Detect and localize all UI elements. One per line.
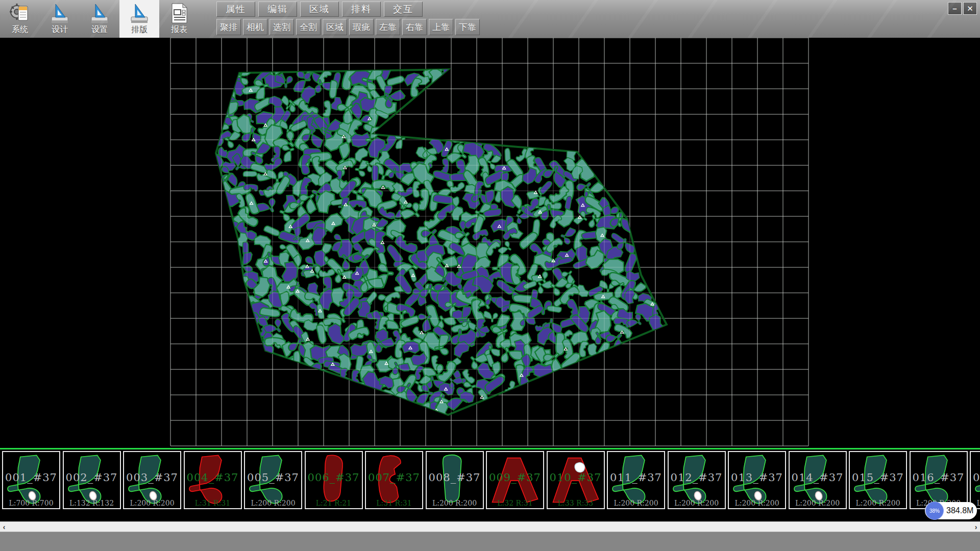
memory-progress-badge: 38% 384.8M [925, 502, 977, 519]
piece-id-label: 017_#37 [971, 471, 980, 484]
piece-lr-label: L:200 R:200 [427, 499, 483, 507]
piece-lr-label: L:200 R:200 [790, 499, 846, 507]
report-document-icon [167, 2, 191, 25]
menu-button-4[interactable]: 排料 [342, 2, 381, 17]
piece-thumbnail-017_#37[interactable]: 017_#37L:200 R:200 [970, 451, 980, 509]
tool-button-1[interactable]: 聚排 [216, 19, 241, 35]
piece-id-label: 014_#37 [790, 471, 846, 484]
piece-thumbnail-013_#37[interactable]: 013_#37L:200 R:200 [728, 451, 786, 509]
nav-settings-label: 设置 [91, 25, 108, 34]
menu-button-1[interactable]: 属性 [216, 2, 255, 17]
piece-id-label: 015_#37 [850, 471, 906, 484]
scroll-left-arrow[interactable]: ‹ [0, 523, 8, 531]
close-button[interactable]: ✕ [963, 2, 977, 15]
tool-button-6[interactable]: 瑕疵 [349, 19, 374, 35]
piece-lr-label: L:200 R:200 [245, 499, 301, 507]
nesting-canvas[interactable] [0, 38, 980, 448]
status-bar [0, 532, 980, 551]
nav-layout-label: 排版 [131, 25, 148, 34]
tool-button-7[interactable]: 左靠 [376, 19, 400, 35]
piece-thumbnail-012_#37[interactable]: 012_#37L:200 R:200 [668, 451, 726, 509]
piece-thumbnail-003_#37[interactable]: 003_#37L:200 R:200 [123, 451, 181, 509]
tool-button-10[interactable]: 下靠 [455, 19, 480, 35]
menu-button-3[interactable]: 区域 [300, 2, 339, 17]
piece-id-label: 011_#37 [608, 471, 664, 484]
horizontal-scrollbar[interactable]: ‹ › [0, 521, 980, 532]
piece-lr-label: L:32 R:31 [487, 499, 543, 507]
piece-id-label: 016_#37 [911, 471, 967, 484]
piece-id-label: 010_#37 [548, 471, 604, 484]
tool-button-5[interactable]: 区域 [323, 19, 347, 35]
piece-id-label: 005_#37 [245, 471, 301, 484]
piece-thumbnail-005_#37[interactable]: 005_#37L:200 R:200 [244, 451, 302, 509]
piece-lr-label: L:200 R:200 [608, 499, 664, 507]
piece-lr-label: L:31 R:31 [366, 499, 422, 507]
piece-thumbnail-004_#37[interactable]: 004_#37L:31 R:31 [184, 451, 242, 509]
tool-button-3[interactable]: 选割 [270, 19, 294, 35]
piece-lr-label: L:33 R:33 [548, 499, 604, 507]
piece-lr-label: L:200 R:200 [729, 499, 785, 507]
toolbar: 系统设计设置排版报表 属性编辑区域排料交互 聚排相机选割全割区域瑕疵左靠右靠上靠… [0, 0, 980, 38]
app-window: 系统设计设置排版报表 属性编辑区域排料交互 聚排相机选割全割区域瑕疵左靠右靠上靠… [0, 0, 980, 551]
set-square-ruler-icon [128, 2, 151, 25]
tool-button-bar: 聚排相机选割全割区域瑕疵左靠右靠上靠下靠 [216, 19, 480, 35]
piece-thumbnail-015_#37[interactable]: 015_#37L:200 R:200 [849, 451, 907, 509]
window-controls: – ✕ [948, 2, 977, 15]
piece-lr-label: L:200 R:200 [124, 499, 180, 507]
nav-report-label: 报表 [171, 25, 187, 34]
piece-id-label: 001_#37 [3, 471, 59, 484]
piece-thumbnail-008_#37[interactable]: 008_#37L:200 R:200 [426, 451, 484, 509]
scrollbar-track[interactable] [8, 522, 972, 532]
nav-report-button[interactable]: 报表 [159, 0, 199, 38]
tool-button-8[interactable]: 右靠 [402, 19, 427, 35]
piece-thumbnail-007_#37[interactable]: 007_#37L:31 R:31 [365, 451, 423, 509]
piece-id-label: 013_#37 [729, 471, 785, 484]
menu-button-2[interactable]: 编辑 [258, 2, 297, 17]
piece-id-label: 004_#37 [185, 471, 241, 484]
piece-thumbnail-016_#37[interactable]: 016_#37L:200 R:200 [910, 451, 968, 509]
menu-bar: 属性编辑区域排料交互 [216, 2, 423, 17]
piece-lr-label: L:700 R:700 [3, 499, 59, 507]
piece-thumbnail-006_#37[interactable]: 006_#37L:21 R:21 [305, 451, 363, 509]
nav-icon-bar: 系统设计设置排版报表 [0, 0, 199, 38]
piece-thumbnail-014_#37[interactable]: 014_#37L:200 R:200 [789, 451, 847, 509]
nesting-drawing [0, 38, 980, 448]
nav-layout-button[interactable]: 排版 [119, 0, 159, 38]
progress-percent-badge: 38% [925, 502, 944, 520]
piece-id-label: 002_#37 [64, 471, 120, 484]
nav-design-button[interactable]: 设计 [40, 0, 80, 38]
piece-thumbnail-011_#37[interactable]: 011_#37L:200 R:200 [607, 451, 665, 509]
minimize-button[interactable]: – [948, 2, 962, 15]
piece-thumbnail-009_#37[interactable]: 009_#37L:32 R:31 [486, 451, 544, 509]
piece-lr-label: L:31 R:31 [185, 499, 241, 507]
menu-button-5[interactable]: 交互 [384, 2, 423, 17]
scroll-right-arrow[interactable]: › [972, 523, 980, 531]
piece-thumbnail-002_#37[interactable]: 002_#37L:132 R:132 [63, 451, 121, 509]
system-gear-icon [8, 2, 32, 25]
nav-system-button[interactable]: 系统 [0, 0, 40, 38]
piece-id-label: 003_#37 [124, 471, 180, 484]
piece-id-label: 009_#37 [487, 471, 543, 484]
piece-lr-label: L:21 R:21 [306, 499, 362, 507]
nav-settings-button[interactable]: 设置 [80, 0, 119, 38]
tool-button-2[interactable]: 相机 [243, 19, 267, 35]
piece-lr-label: L:200 R:200 [850, 499, 906, 507]
piece-id-label: 006_#37 [306, 471, 362, 484]
set-square-ruler-icon [48, 2, 71, 25]
memory-size-label: 384.8M [946, 502, 973, 519]
nav-design-label: 设计 [52, 25, 68, 34]
set-square-ruler-icon [88, 2, 111, 25]
piece-thumbnail-strip: 001_#37L:700 R:700002_#37L:132 R:132003_… [0, 448, 980, 515]
piece-id-label: 007_#37 [366, 471, 422, 484]
nav-system-label: 系统 [12, 25, 28, 34]
tool-button-9[interactable]: 上靠 [429, 19, 453, 35]
piece-thumbnail-010_#37[interactable]: 010_#37L:33 R:33 [547, 451, 605, 509]
piece-lr-label: L:132 R:132 [64, 499, 120, 507]
piece-lr-label: L:200 R:200 [669, 499, 725, 507]
tool-button-4[interactable]: 全割 [296, 19, 321, 35]
piece-id-label: 012_#37 [669, 471, 725, 484]
piece-thumbnail-001_#37[interactable]: 001_#37L:700 R:700 [2, 451, 60, 509]
piece-id-label: 008_#37 [427, 471, 483, 484]
